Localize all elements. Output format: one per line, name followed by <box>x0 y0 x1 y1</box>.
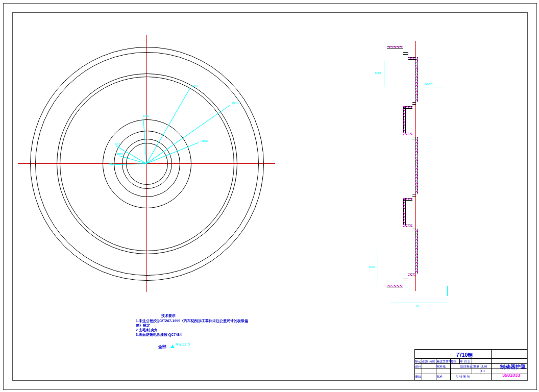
section-hatch <box>387 285 403 287</box>
section-hatch <box>387 46 403 48</box>
tb-field: 重量 <box>473 364 479 369</box>
section-dim-label: R34 <box>369 265 375 268</box>
tb-field: 分区 <box>429 359 435 364</box>
section-hatch <box>403 133 412 135</box>
tb-field: 审核 <box>415 375 421 379</box>
dim-label: R65 <box>115 143 120 146</box>
dim-label: R347 <box>191 84 198 87</box>
section-dim-label: 40-20 <box>425 83 432 86</box>
tb-field: 共 张 第 张 <box>455 375 470 379</box>
section-hatch <box>415 229 418 274</box>
tb-field: 阶段标记 <box>460 364 473 369</box>
section-hatch <box>408 274 415 276</box>
tb-field: 标准化 <box>436 364 446 369</box>
dim-label: R80 <box>117 153 122 156</box>
tb-field: 7710钢 <box>456 352 473 359</box>
tb-field: 批准 <box>436 375 443 379</box>
tb-field: 制动器护罩 <box>500 363 526 371</box>
section-hatch <box>403 225 412 227</box>
surface-finish-value: Ra 12.5 <box>176 342 190 347</box>
dim-label: R90 <box>109 163 114 166</box>
section-hatch <box>403 198 405 225</box>
dim-label: R192 <box>201 139 208 142</box>
tech-req-line: 3.表面防锈电泳漆按 QC7484 <box>136 332 182 337</box>
tb-field: 处数 <box>422 359 428 364</box>
tech-req-line: 1.未注公差按QC/T267-1999《汽车切削加工零件未注公差尺寸的极限偏 <box>136 318 248 324</box>
part-number: 3501033 <box>502 373 520 378</box>
section-hatch <box>408 57 415 59</box>
section-hatch <box>415 137 418 194</box>
tb-field: 更改文件号 <box>436 359 452 364</box>
section-hatch <box>403 106 405 133</box>
section-dim-label: 70 <box>415 304 419 307</box>
dim-label: R201 <box>232 102 239 105</box>
dim-label: R96 <box>143 114 149 117</box>
section-hatch <box>415 57 418 102</box>
section-dim-label: R33 <box>375 71 381 75</box>
tb-field: 年.月.日 <box>460 359 471 364</box>
tb-field: 比例 <box>481 364 487 369</box>
surface-all-label: 全部 <box>158 344 166 350</box>
drawing-sheet: R347R201R192R96R90R80R65 40-20R34R3370 技… <box>0 0 539 392</box>
tb-field: 1:1 <box>481 370 485 373</box>
tb-field: 签名 <box>451 359 457 364</box>
tb-field: 标记 <box>415 359 421 364</box>
tech-req-title: 技术要求 <box>161 313 176 318</box>
tb-field: 设计 <box>415 364 421 369</box>
surface-finish-symbol <box>170 345 175 348</box>
